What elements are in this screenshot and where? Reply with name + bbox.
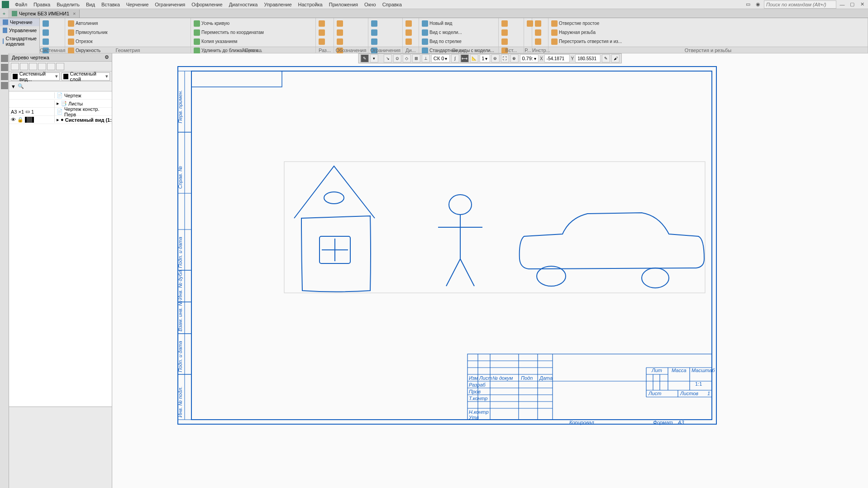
ct-pen-icon[interactable]: ✎ (361, 54, 369, 62)
visibility-toggles[interactable]: 👁 🔒 ⬛ (9, 117, 54, 123)
rect-button[interactable]: Прямоугольник (67, 28, 130, 37)
copyref-button[interactable]: Копия указанием (193, 37, 265, 46)
search-icon[interactable]: 🔍 (18, 83, 24, 89)
thread-button[interactable]: Наружная резьба (550, 28, 623, 37)
svg-line-26 (446, 259, 460, 286)
ct-dim-icon[interactable]: ⟷ (460, 54, 468, 62)
menu-file[interactable]: Файл (12, 1, 30, 8)
ct-brush-icon[interactable]: 🖌 (611, 54, 620, 62)
dim-radial-button[interactable] (318, 37, 326, 46)
menu-help[interactable]: Справка (379, 1, 405, 8)
ct-eyedrop-icon[interactable]: ✎ (602, 54, 610, 62)
ct-cs-select[interactable]: СК 0 ▾ (431, 54, 450, 62)
axis-button[interactable] (336, 37, 344, 46)
new-button[interactable] (42, 19, 50, 28)
menu-view[interactable]: Вид (83, 1, 98, 8)
ins1-button[interactable] (501, 19, 509, 28)
camera-icon[interactable]: ◉ (754, 1, 762, 8)
dim-angle-button[interactable] (318, 28, 326, 37)
minimize-button[interactable]: — (838, 1, 846, 8)
ptool-4[interactable] (38, 63, 46, 70)
ct-grid[interactable]: ⊞ (412, 54, 420, 62)
menu-select[interactable]: Выделить (53, 1, 83, 8)
ptool-3[interactable] (29, 63, 37, 70)
rebuild-button[interactable]: Перестроить отверстия и из... (550, 37, 623, 46)
ptool-6[interactable] (56, 63, 64, 70)
filter-icon[interactable]: ▼ (11, 84, 16, 89)
tree-sheets[interactable]: ▸ 📑 Листы (54, 100, 112, 106)
menu-manage[interactable]: Управление (261, 1, 295, 8)
side-icon-3[interactable] (1, 73, 8, 80)
menu-drawing[interactable]: Черчение (123, 1, 152, 8)
panel-gear-icon[interactable]: ⚙ (105, 54, 109, 60)
movecoord-button[interactable]: Переместить по координатам (193, 28, 265, 37)
menu-format[interactable]: Оформление (188, 1, 225, 8)
ct-snap3[interactable]: ◇ (403, 54, 411, 62)
con-para-button[interactable] (370, 37, 378, 46)
menu-edit[interactable]: Правка (30, 1, 53, 8)
ct-zoom-value[interactable]: 0.79: ▾ (520, 54, 538, 62)
close-tab-icon[interactable]: × (73, 11, 76, 16)
ct-zoomfit[interactable]: ⛶ (501, 54, 509, 62)
menu-constraints[interactable]: Ограничения (152, 1, 188, 8)
modelview-button[interactable]: Вид с модели... (421, 28, 495, 37)
layout-icon[interactable]: ▭ (744, 1, 752, 8)
diag2-button[interactable] (405, 28, 413, 37)
side-icon-4[interactable] (1, 82, 8, 89)
tree-sysview[interactable]: ▸ ● Системный вид (1: (54, 117, 112, 123)
ins3-button[interactable] (501, 37, 509, 46)
layer-select[interactable]: Системный слой▾ (62, 72, 110, 81)
ptool-2[interactable] (20, 63, 28, 70)
ct-drop[interactable]: ▾ (370, 54, 378, 62)
ct-zoomin[interactable]: ⊕ (510, 54, 518, 62)
ct-zoomout[interactable]: ⊖ (491, 54, 499, 62)
ct-ortho[interactable]: ⊥ (422, 54, 430, 62)
text-button[interactable] (336, 28, 344, 37)
new-tab-button[interactable]: + (0, 11, 8, 16)
view-select[interactable]: Системный вид...▾ (11, 72, 60, 81)
ct-snap1[interactable]: ↘ (384, 54, 392, 62)
mode-drawing[interactable]: Черчение (0, 18, 39, 26)
menu-insert[interactable]: Вставка (98, 1, 123, 8)
svg-text:Подп: Подп (521, 375, 533, 381)
autoline-button[interactable]: Автолиния (67, 19, 130, 28)
maximize-button[interactable]: ▢ (848, 1, 856, 8)
diag3-button[interactable] (405, 37, 413, 46)
con-v-button[interactable] (370, 28, 378, 37)
ct-snap2[interactable]: ⊙ (393, 54, 401, 62)
newview-button[interactable]: Новый вид (421, 19, 495, 28)
hole-simple-button[interactable]: Отверстие простое (550, 19, 623, 28)
segment-button[interactable]: Отрезок (67, 37, 130, 46)
con-h-button[interactable] (370, 19, 378, 28)
leader-button[interactable] (336, 19, 344, 28)
menu-diagnostics[interactable]: Диагностика (226, 1, 261, 8)
mode-manage[interactable]: Управление (0, 26, 39, 34)
menu-window[interactable]: Окно (361, 1, 379, 8)
ct-int[interactable]: ∫ (451, 54, 459, 62)
tool1-button[interactable] (534, 19, 542, 28)
tool3-button[interactable] (534, 37, 542, 46)
menu-settings[interactable]: Настройка (295, 1, 326, 8)
open-button[interactable] (42, 28, 50, 37)
close-button[interactable]: ✕ (858, 1, 866, 8)
mode-stdparts[interactable]: Стандартные изделия (0, 34, 39, 48)
tool2-button[interactable] (534, 28, 542, 37)
ct-scale-icon[interactable]: 📐 (470, 54, 478, 62)
canvas[interactable]: ✎ ▾ ↘ ⊙ ◇ ⊞ ⊥ СК 0 ▾ ∫ ⟷ 📐 1 ▾ ⊖ ⛶ ⊕ 0.7… (112, 53, 868, 488)
menu-apps[interactable]: Приложения (326, 1, 361, 8)
tree-drawing[interactable]: 📄 Чертеж (54, 92, 112, 98)
dim-linear-button[interactable] (318, 19, 326, 28)
document-tab[interactable]: Чертеж БЕЗ ИМЕНИ1 × (8, 10, 80, 18)
ptool-5[interactable] (47, 63, 55, 70)
ins2-button[interactable] (501, 28, 509, 37)
ptool-1[interactable] (11, 63, 19, 70)
command-search-input[interactable] (764, 0, 836, 9)
tree-sheet-item[interactable]: 📄 Чертеж констр. Перв (54, 106, 112, 117)
diag1-button[interactable] (405, 19, 413, 28)
trim-button[interactable]: Усечь кривую (193, 19, 265, 28)
side-icon-1[interactable] (1, 55, 8, 62)
side-icon-2[interactable] (1, 64, 8, 71)
arrowview-button[interactable]: Вид по стрелке (421, 37, 495, 46)
save-button[interactable] (42, 37, 50, 46)
ct-scale-select[interactable]: 1 ▾ (479, 54, 490, 62)
